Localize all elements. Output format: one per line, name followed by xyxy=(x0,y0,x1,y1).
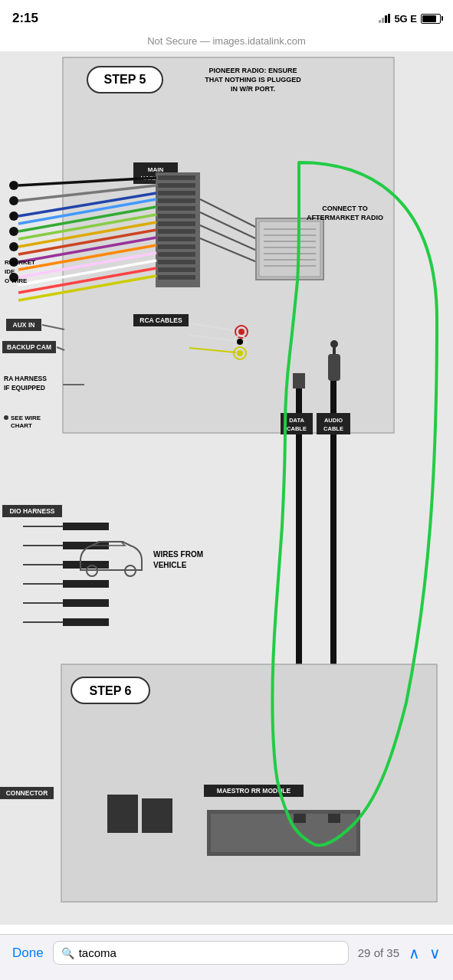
svg-text:STEP 6: STEP 6 xyxy=(90,684,132,697)
svg-text:AFTERMARKET RADIO: AFTERMARKET RADIO xyxy=(307,214,383,221)
svg-line-39 xyxy=(18,238,156,262)
svg-line-51 xyxy=(200,238,257,262)
svg-point-25 xyxy=(9,196,18,205)
svg-point-109 xyxy=(330,340,338,348)
svg-rect-127 xyxy=(294,814,306,823)
svg-rect-86 xyxy=(2,505,62,517)
svg-rect-88 xyxy=(63,523,109,530)
svg-text:AUX IN: AUX IN xyxy=(13,321,35,329)
diagram-container: PIONEER RADIO: ENSURE THAT NOTHING IS PL… xyxy=(0,51,453,925)
svg-rect-93 xyxy=(63,618,109,626)
svg-line-44 xyxy=(18,276,156,300)
done-button[interactable]: Done xyxy=(12,946,44,961)
svg-rect-119 xyxy=(0,787,54,799)
nav-arrows: ∧ ∨ xyxy=(409,944,441,962)
signal-icon xyxy=(379,14,390,23)
svg-line-50 xyxy=(200,225,257,251)
svg-rect-126 xyxy=(211,814,356,852)
svg-text:RCA CABLES: RCA CABLES xyxy=(140,316,182,324)
svg-line-71 xyxy=(189,348,236,352)
svg-text:DIO HARNESS: DIO HARNESS xyxy=(9,507,54,515)
svg-text:AUDIO: AUDIO xyxy=(324,417,343,424)
svg-point-70 xyxy=(237,339,243,345)
svg-line-36 xyxy=(18,215,156,239)
svg-rect-90 xyxy=(63,561,109,569)
svg-rect-4 xyxy=(87,67,162,93)
svg-line-68 xyxy=(189,335,236,341)
svg-rect-14 xyxy=(158,206,195,211)
search-bar[interactable]: 🔍 tacoma xyxy=(53,941,349,965)
svg-rect-6 xyxy=(133,162,178,184)
svg-text:SEE WIRE: SEE WIRE xyxy=(11,415,41,421)
svg-rect-10 xyxy=(158,175,195,180)
svg-rect-22 xyxy=(158,267,195,272)
svg-rect-52 xyxy=(256,218,323,280)
svg-line-32 xyxy=(18,185,156,201)
svg-rect-91 xyxy=(63,580,109,588)
svg-line-65 xyxy=(189,323,238,331)
svg-text:IF EQUIPPED: IF EQUIPPED xyxy=(4,384,45,392)
svg-text:MAIN: MAIN xyxy=(148,166,164,173)
battery-icon xyxy=(421,14,441,24)
svg-rect-15 xyxy=(158,214,195,218)
svg-point-100 xyxy=(87,565,97,576)
svg-rect-121 xyxy=(204,785,304,797)
svg-rect-123 xyxy=(107,795,138,833)
svg-text:RMARKET: RMARKET xyxy=(5,259,35,266)
svg-line-31 xyxy=(18,178,156,185)
svg-rect-13 xyxy=(158,198,195,203)
svg-text:THAT NOTHING IS PLUGGED: THAT NOTHING IS PLUGGED xyxy=(205,76,301,84)
svg-point-101 xyxy=(125,565,136,576)
svg-line-49 xyxy=(200,212,257,239)
svg-point-72 xyxy=(234,347,246,359)
svg-rect-116 xyxy=(61,664,437,902)
svg-rect-110 xyxy=(281,413,313,434)
svg-rect-128 xyxy=(328,814,340,823)
svg-rect-113 xyxy=(317,413,350,434)
svg-line-38 xyxy=(18,230,156,254)
url-bar: Not Secure — images.idatalink.com xyxy=(0,34,453,51)
svg-text:HARNESS: HARNESS xyxy=(140,175,171,182)
svg-rect-107 xyxy=(328,354,340,381)
next-result-button[interactable]: ∨ xyxy=(429,944,441,962)
svg-line-41 xyxy=(18,253,156,277)
svg-line-33 xyxy=(18,193,156,216)
svg-rect-0 xyxy=(63,57,394,433)
svg-text:STEP 5: STEP 5 xyxy=(104,73,146,86)
svg-point-30 xyxy=(9,273,18,282)
svg-text:RA HARNESS: RA HARNESS xyxy=(4,375,47,382)
svg-rect-89 xyxy=(63,542,109,549)
svg-text:BACKUP CAM: BACKUP CAM xyxy=(7,343,51,351)
svg-text:WIRES FROM: WIRES FROM xyxy=(153,550,203,559)
svg-line-40 xyxy=(18,245,156,270)
svg-text:CONNECTOR: CONNECTOR xyxy=(6,789,48,797)
svg-text:CABLE: CABLE xyxy=(287,425,307,432)
svg-point-26 xyxy=(9,211,18,221)
svg-rect-20 xyxy=(158,252,195,257)
svg-line-43 xyxy=(18,268,156,293)
svg-rect-18 xyxy=(158,237,195,241)
svg-point-27 xyxy=(9,227,18,236)
prev-result-button[interactable]: ∧ xyxy=(409,944,420,962)
search-count: 29 of 35 xyxy=(358,946,399,959)
svg-line-79 xyxy=(57,347,64,350)
svg-point-69 xyxy=(234,336,246,348)
svg-text:O WIRE: O WIRE xyxy=(5,277,28,284)
svg-point-83 xyxy=(4,415,8,420)
svg-rect-125 xyxy=(207,810,360,856)
svg-rect-92 xyxy=(63,599,109,607)
svg-rect-17 xyxy=(158,229,195,234)
svg-line-35 xyxy=(18,207,156,231)
svg-point-29 xyxy=(9,257,18,267)
svg-line-42 xyxy=(18,261,156,285)
network-label: 5G E xyxy=(394,13,417,25)
svg-text:CONNECT TO: CONNECT TO xyxy=(322,205,367,212)
status-time: 2:15 xyxy=(12,11,38,26)
svg-line-37 xyxy=(18,222,156,247)
svg-line-48 xyxy=(200,199,257,228)
svg-rect-21 xyxy=(158,260,195,264)
bottom-toolbar: Done 🔍 tacoma 29 of 35 ∧ ∨ xyxy=(0,934,453,980)
svg-point-24 xyxy=(9,181,18,190)
search-icon: 🔍 xyxy=(61,947,74,959)
svg-rect-74 xyxy=(6,319,41,331)
